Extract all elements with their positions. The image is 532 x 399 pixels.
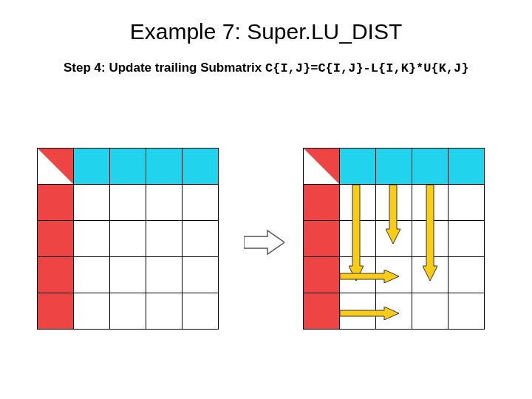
svg-marker-3: [349, 185, 364, 281]
l-cell: [304, 185, 340, 221]
c-cell: [449, 293, 485, 330]
c-cell: [110, 185, 146, 221]
step-subtitle: Step 4: Update trailing Submatrix C{I,J}…: [64, 61, 468, 75]
update-arrow-down-icon: [349, 185, 364, 281]
update-arrow-down-icon: [386, 185, 400, 244]
c-cell: [110, 257, 146, 293]
l-cell: [304, 257, 340, 293]
pivot-cell: [38, 149, 74, 185]
c-cell: [449, 257, 485, 293]
l-cell: [38, 221, 74, 257]
svg-marker-2: [304, 149, 339, 184]
matrix-right-wrap: [303, 148, 488, 332]
matrix-left: [37, 148, 219, 330]
svg-marker-4: [386, 185, 400, 244]
l-cell: [304, 293, 340, 330]
u-cell: [146, 149, 183, 185]
u-cell: [183, 149, 219, 185]
pivot-cell: [304, 149, 340, 185]
l-cell: [304, 221, 340, 257]
l-cell: [38, 293, 74, 330]
svg-marker-5: [423, 185, 437, 281]
c-cell: [74, 221, 110, 257]
c-cell: [74, 257, 110, 293]
c-cell: [183, 221, 219, 257]
slide-title: Example 7: Super.LU_DIST: [0, 19, 532, 44]
c-cell: [449, 185, 485, 221]
c-cell: [146, 257, 183, 293]
c-cell: [110, 221, 146, 257]
c-cell: [183, 257, 219, 293]
c-cell: [449, 221, 485, 257]
l-cell: [38, 257, 74, 293]
c-cell: [110, 293, 146, 330]
c-cell: [183, 185, 219, 221]
svg-marker-7: [340, 307, 399, 320]
svg-marker-1: [244, 231, 284, 254]
svg-marker-6: [340, 270, 399, 283]
c-cell: [412, 293, 449, 330]
update-arrow-right-icon: [340, 307, 399, 320]
c-cell: [146, 221, 183, 257]
c-cell: [74, 185, 110, 221]
update-arrow-down-icon: [423, 185, 437, 281]
u-cell: [412, 149, 449, 185]
l-cell: [38, 185, 74, 221]
u-cell: [110, 149, 146, 185]
u-cell: [449, 149, 485, 185]
transition-arrow-icon: [244, 229, 284, 256]
c-cell: [146, 185, 183, 221]
subtitle-text: Step 4: Update trailing Submatrix: [64, 61, 265, 75]
update-arrow-right-icon: [340, 270, 399, 283]
u-cell: [340, 149, 376, 185]
c-cell: [183, 293, 219, 330]
subtitle-formula: C{I,J}=C{I,J}-L{I,K}*U{K,J}: [265, 61, 468, 75]
svg-marker-0: [38, 149, 73, 184]
u-cell: [376, 149, 412, 185]
c-cell: [74, 293, 110, 330]
c-cell: [146, 293, 183, 330]
u-cell: [74, 149, 110, 185]
